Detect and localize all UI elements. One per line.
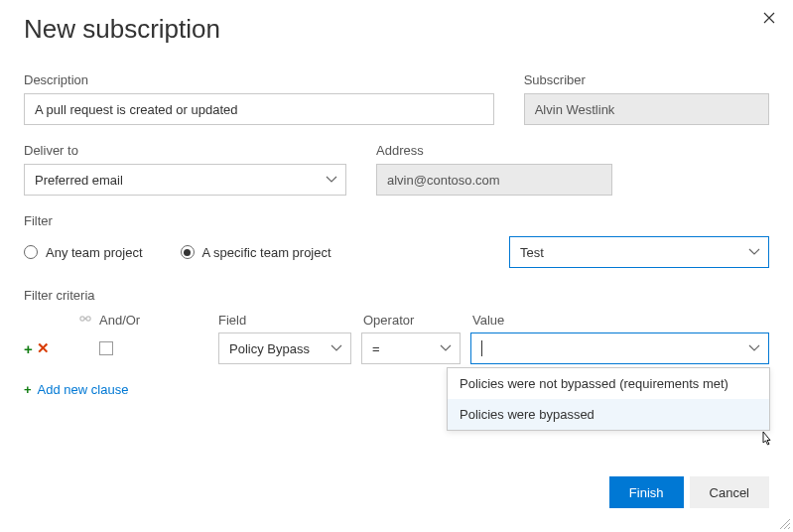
plus-icon: + [24,382,32,397]
svg-rect-1 [86,317,90,321]
close-button[interactable] [763,10,775,28]
deliver-to-value: Preferred email [35,173,123,188]
filter-specific-label: A specific team project [202,245,331,260]
description-label: Description [24,72,494,87]
radio-icon [24,245,38,259]
field-value: Policy Bypass [229,341,310,356]
value-option-not-bypassed[interactable]: Policies were not bypassed (requirements… [448,368,769,399]
value-dropdown-menu: Policies were not bypassed (requirements… [447,367,770,431]
chevron-down-icon [748,344,760,352]
filter-radio-specific[interactable]: A specific team project [181,245,331,260]
project-value: Test [520,245,544,260]
svg-rect-0 [80,317,84,321]
address-label: Address [376,143,612,158]
operator-value: = [372,341,380,356]
field-dropdown[interactable]: Policy Bypass [218,332,351,364]
criteria-header-field: Field [218,313,363,328]
description-input[interactable]: A pull request is created or updated [24,93,494,125]
chevron-down-icon [748,248,760,256]
radio-icon [181,245,195,259]
criteria-header-spacer [24,313,99,328]
criteria-row: + ✕ Policy Bypass = [24,332,769,364]
address-value: alvin@contoso.com [387,173,500,188]
value-dropdown[interactable] [470,332,769,364]
cancel-button[interactable]: Cancel [690,476,769,508]
filter-any-label: Any team project [46,245,143,260]
close-icon [763,12,775,24]
subscriber-label: Subscriber [524,72,769,87]
svg-line-5 [788,527,790,529]
filter-criteria-label: Filter criteria [24,288,769,303]
chevron-down-icon [330,344,342,352]
value-option-bypassed[interactable]: Policies were bypassed [448,399,769,430]
address-field: alvin@contoso.com [376,164,612,196]
dialog-title: New subscription [24,14,769,45]
add-row-icon[interactable]: + [24,340,33,357]
remove-row-icon[interactable]: ✕ [37,339,50,357]
deliver-to-dropdown[interactable]: Preferred email [24,164,346,196]
filter-label: Filter [24,213,769,228]
finish-button[interactable]: Finish [609,476,684,508]
deliver-to-label: Deliver to [24,143,346,158]
subscriber-value: Alvin Westlink [535,102,615,117]
chevron-down-icon [326,176,337,184]
subscriber-field: Alvin Westlink [524,93,769,125]
criteria-header-operator: Operator [363,313,472,328]
add-clause-label: Add new clause [38,382,129,397]
criteria-header-value: Value [472,313,769,328]
text-cursor [481,340,482,356]
link-icon [79,313,91,325]
operator-dropdown[interactable]: = [361,332,461,364]
mouse-cursor-icon [758,431,774,454]
criteria-header-andor: And/Or [99,313,218,328]
project-dropdown[interactable]: Test [509,236,769,268]
resize-grip-icon[interactable] [778,517,790,529]
description-value: A pull request is created or updated [35,102,238,117]
chevron-down-icon [440,344,452,352]
andor-checkbox[interactable] [99,341,113,355]
filter-radio-any[interactable]: Any team project [24,245,143,260]
